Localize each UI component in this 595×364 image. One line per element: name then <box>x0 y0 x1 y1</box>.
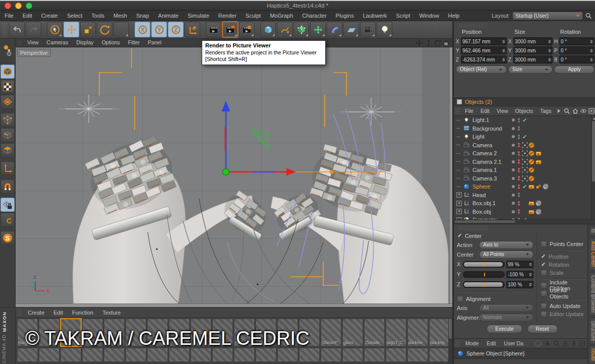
tag-texture-icon[interactable] <box>543 184 549 190</box>
menu-animate[interactable]: Animate <box>154 11 183 21</box>
model-mode-button[interactable] <box>1 65 15 79</box>
tree-handle[interactable] <box>456 137 463 137</box>
render-view-button[interactable] <box>206 22 221 37</box>
layer-dot[interactable] <box>510 202 516 205</box>
menu-select[interactable]: Select <box>63 11 87 21</box>
enabled-check-icon[interactable]: ✓ <box>522 184 527 189</box>
home-icon[interactable] <box>572 108 578 114</box>
add-environment-button[interactable] <box>343 22 359 37</box>
material-menu-edit[interactable]: Edit <box>49 308 68 318</box>
visibility-dots[interactable] <box>516 193 521 197</box>
add-cube-button[interactable] <box>260 22 276 37</box>
option-scale[interactable]: Scale <box>541 269 586 276</box>
redo-button[interactable] <box>26 22 41 37</box>
visibility-dots[interactable] <box>516 185 521 189</box>
panel-icon[interactable] <box>457 99 462 104</box>
layer-dot[interactable] <box>510 118 516 122</box>
layer-dot[interactable] <box>510 185 516 188</box>
target-icon[interactable] <box>522 150 528 156</box>
object-name[interactable]: Light <box>472 134 510 140</box>
add-mograph-button[interactable] <box>310 22 326 37</box>
execute-button[interactable]: Execute <box>487 325 522 333</box>
menu-file[interactable]: File <box>0 11 18 21</box>
object-name[interactable]: Sphere <box>472 184 510 190</box>
stepper-icon[interactable] <box>528 273 532 276</box>
object-row-camera-1[interactable]: Camera.1 <box>454 166 591 174</box>
stepper-icon[interactable] <box>502 58 505 62</box>
undo-button[interactable] <box>9 22 25 37</box>
layer-dot[interactable] <box>510 194 516 197</box>
menu-sculpt[interactable]: Sculpt <box>241 11 266 21</box>
object-row-camera-3[interactable]: Camera.3 <box>454 174 591 183</box>
polygons-mode-button[interactable] <box>1 143 15 157</box>
tree-handle[interactable] <box>456 145 463 145</box>
viewport-menu-cameras[interactable]: Cameras <box>43 39 73 46</box>
maximize-icon[interactable] <box>443 39 450 46</box>
material-thumb-row2[interactable] <box>212 348 233 361</box>
material-grip[interactable] <box>17 309 22 316</box>
objects-hscrollbar[interactable] <box>454 219 595 224</box>
visibility-dots[interactable] <box>516 118 521 123</box>
scale-button[interactable] <box>80 22 96 37</box>
objects-menu-file[interactable]: File <box>461 106 477 116</box>
menu-snap[interactable]: Snap <box>132 11 154 21</box>
viewport-vscrollbar[interactable] <box>449 47 452 304</box>
add-generator-button[interactable] <box>293 22 309 37</box>
viewport-canvas[interactable]: Perspective Z Y X <box>16 47 452 307</box>
object-name[interactable]: Camera.1 <box>472 167 510 173</box>
viewport-grip[interactable] <box>17 40 22 45</box>
material-thumb-row2[interactable] <box>342 348 363 361</box>
panel-tab-ts[interactable]: ts <box>589 226 595 236</box>
script-s-button[interactable]: S <box>1 231 15 245</box>
tree-handle[interactable] <box>456 120 463 120</box>
material-thumb-row2[interactable] <box>407 348 428 361</box>
enabled-check-icon[interactable]: ✓ <box>522 134 527 139</box>
layer-dot[interactable] <box>510 168 516 171</box>
move-button[interactable] <box>64 22 79 37</box>
object-row-box-obj[interactable]: +0Box.obj <box>454 208 591 216</box>
attribute-menu-mode[interactable]: Mode <box>461 339 483 348</box>
rotation-b-field[interactable]: 0 ° <box>559 55 594 64</box>
option-position[interactable]: ✓Position <box>541 253 586 260</box>
menu-mesh[interactable]: Mesh <box>109 11 132 21</box>
material-thumb-row2[interactable] <box>61 348 81 361</box>
stepper-icon[interactable] <box>548 40 551 43</box>
target-icon[interactable] <box>522 159 528 165</box>
stepper-icon[interactable] <box>502 40 505 43</box>
object-row-light-1[interactable]: Light.1✓ <box>454 116 591 125</box>
layer-dot[interactable] <box>510 152 516 155</box>
menu-tools[interactable]: Tools <box>87 11 109 21</box>
panel-tab-ribute[interactable]: ribute <box>589 345 595 364</box>
search-dark-icon[interactable] <box>553 340 560 347</box>
pan-icon[interactable] <box>415 39 423 46</box>
menu-render[interactable]: Render <box>214 11 241 21</box>
visibility-dots[interactable] <box>516 135 521 139</box>
size-dropdown[interactable]: Size <box>508 66 553 74</box>
stepper-icon[interactable] <box>589 40 593 43</box>
size-y-field[interactable]: 3000 mm <box>513 46 553 54</box>
object-row-box-obj-1[interactable]: +0Box.obj.1 <box>454 199 591 208</box>
add-camera-button[interactable] <box>360 22 376 37</box>
objects-grip[interactable] <box>455 108 460 114</box>
object-name[interactable]: Camera 2.1 <box>472 159 510 165</box>
x-value-field[interactable]: 99 % <box>506 261 533 268</box>
apply-button[interactable]: Apply <box>554 66 594 74</box>
material-scrollbar[interactable] <box>448 318 452 364</box>
size-x-field[interactable]: 3000 mm <box>513 37 553 45</box>
render-settings-button[interactable] <box>239 22 255 37</box>
option-editor-update[interactable]: Editor Update <box>541 310 586 318</box>
toolbar-grip[interactable] <box>3 23 7 37</box>
tree-handle[interactable] <box>456 187 463 187</box>
layer-dot[interactable] <box>510 144 516 147</box>
center-dropdown[interactable]: All Points <box>479 251 533 259</box>
object-name[interactable]: Camera 2 <box>472 150 510 156</box>
axis-z-button[interactable]: Z <box>168 22 184 37</box>
y-slider[interactable] <box>463 271 505 278</box>
axis-x-button[interactable]: X <box>135 22 150 37</box>
material-thumb-row2[interactable] <box>386 348 406 361</box>
option-auto-update[interactable]: Auto Update <box>541 302 586 310</box>
menu-simulate[interactable]: Simulate <box>183 11 214 21</box>
tree-handle[interactable]: + <box>456 192 463 198</box>
center-checkbox-center[interactable]: ✓Center <box>457 232 533 239</box>
visibility-dots[interactable] <box>516 159 521 164</box>
